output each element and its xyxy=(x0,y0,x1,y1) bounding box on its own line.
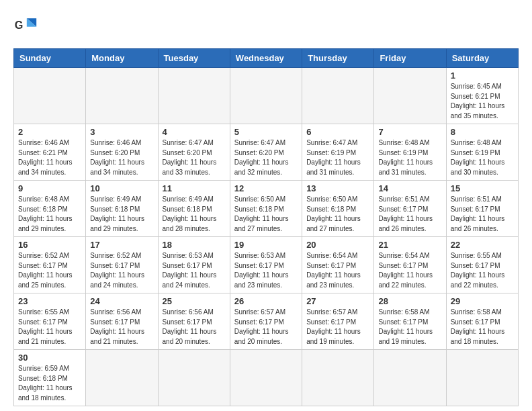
calendar-day-cell: 1Sunrise: 6:45 AM Sunset: 6:21 PM Daylig… xyxy=(446,68,518,124)
calendar-day-cell xyxy=(374,350,446,406)
day-number: 11 xyxy=(163,183,226,193)
calendar-day-cell: 2Sunrise: 6:46 AM Sunset: 6:21 PM Daylig… xyxy=(14,124,86,181)
weekday-header: Friday xyxy=(374,49,446,68)
calendar-day-cell xyxy=(86,350,158,406)
day-info: Sunrise: 6:56 AM Sunset: 6:17 PM Dayligh… xyxy=(90,308,153,347)
calendar-day-cell: 7Sunrise: 6:48 AM Sunset: 6:19 PM Daylig… xyxy=(374,124,446,181)
calendar-table: SundayMondayTuesdayWednesdayThursdayFrid… xyxy=(13,48,519,406)
calendar-day-cell: 15Sunrise: 6:51 AM Sunset: 6:17 PM Dayli… xyxy=(446,181,518,237)
day-number: 8 xyxy=(451,127,514,137)
calendar-day-cell: 30Sunrise: 6:59 AM Sunset: 6:18 PM Dayli… xyxy=(14,350,86,406)
weekday-header: Tuesday xyxy=(158,49,230,68)
calendar-day-cell: 10Sunrise: 6:49 AM Sunset: 6:18 PM Dayli… xyxy=(86,181,158,237)
calendar-week-row: 23Sunrise: 6:55 AM Sunset: 6:17 PM Dayli… xyxy=(14,293,519,350)
calendar-day-cell: 16Sunrise: 6:52 AM Sunset: 6:17 PM Dayli… xyxy=(14,237,86,293)
calendar-day-cell xyxy=(230,350,302,406)
calendar-day-cell: 22Sunrise: 6:55 AM Sunset: 6:17 PM Dayli… xyxy=(446,237,518,293)
calendar-day-cell: 27Sunrise: 6:57 AM Sunset: 6:17 PM Dayli… xyxy=(302,293,374,350)
weekday-header: Wednesday xyxy=(230,49,302,68)
day-info: Sunrise: 6:46 AM Sunset: 6:20 PM Dayligh… xyxy=(90,138,153,177)
calendar-week-row: 9Sunrise: 6:48 AM Sunset: 6:18 PM Daylig… xyxy=(14,181,519,237)
day-number: 16 xyxy=(18,240,81,250)
calendar-day-cell: 6Sunrise: 6:47 AM Sunset: 6:19 PM Daylig… xyxy=(302,124,374,181)
weekday-header: Sunday xyxy=(14,49,86,68)
day-number: 1 xyxy=(451,71,514,81)
weekday-header-row: SundayMondayTuesdayWednesdayThursdayFrid… xyxy=(14,49,519,68)
calendar-day-cell: 19Sunrise: 6:53 AM Sunset: 6:17 PM Dayli… xyxy=(230,237,302,293)
calendar-week-row: 2Sunrise: 6:46 AM Sunset: 6:21 PM Daylig… xyxy=(14,124,519,181)
calendar-day-cell xyxy=(302,350,374,406)
calendar-day-cell: 11Sunrise: 6:49 AM Sunset: 6:18 PM Dayli… xyxy=(158,181,230,237)
day-number: 6 xyxy=(306,127,369,137)
day-number: 23 xyxy=(18,296,81,306)
calendar-day-cell: 21Sunrise: 6:54 AM Sunset: 6:17 PM Dayli… xyxy=(374,237,446,293)
day-number: 20 xyxy=(306,240,369,250)
calendar-day-cell: 4Sunrise: 6:47 AM Sunset: 6:20 PM Daylig… xyxy=(158,124,230,181)
calendar-day-cell: 13Sunrise: 6:50 AM Sunset: 6:18 PM Dayli… xyxy=(302,181,374,237)
calendar-day-cell xyxy=(14,68,86,124)
day-number: 3 xyxy=(90,127,153,137)
calendar-day-cell xyxy=(158,350,230,406)
day-info: Sunrise: 6:53 AM Sunset: 6:17 PM Dayligh… xyxy=(234,251,298,290)
day-number: 19 xyxy=(234,240,298,250)
day-info: Sunrise: 6:48 AM Sunset: 6:19 PM Dayligh… xyxy=(378,138,441,177)
day-number: 18 xyxy=(163,240,226,250)
calendar-day-cell: 24Sunrise: 6:56 AM Sunset: 6:17 PM Dayli… xyxy=(86,293,158,350)
weekday-header: Saturday xyxy=(446,49,518,68)
calendar-day-cell: 29Sunrise: 6:58 AM Sunset: 6:17 PM Dayli… xyxy=(446,293,518,350)
day-info: Sunrise: 6:53 AM Sunset: 6:17 PM Dayligh… xyxy=(163,251,226,290)
day-info: Sunrise: 6:57 AM Sunset: 6:17 PM Dayligh… xyxy=(234,308,298,347)
weekday-header: Thursday xyxy=(302,49,374,68)
day-info: Sunrise: 6:45 AM Sunset: 6:21 PM Dayligh… xyxy=(451,82,514,121)
day-info: Sunrise: 6:51 AM Sunset: 6:17 PM Dayligh… xyxy=(451,195,514,234)
day-number: 13 xyxy=(306,183,369,193)
calendar-day-cell xyxy=(302,68,374,124)
day-info: Sunrise: 6:51 AM Sunset: 6:17 PM Dayligh… xyxy=(378,195,441,234)
day-number: 21 xyxy=(378,240,441,250)
day-number: 30 xyxy=(18,353,81,363)
calendar-day-cell: 3Sunrise: 6:46 AM Sunset: 6:20 PM Daylig… xyxy=(86,124,158,181)
calendar-day-cell: 23Sunrise: 6:55 AM Sunset: 6:17 PM Dayli… xyxy=(14,293,86,350)
day-info: Sunrise: 6:54 AM Sunset: 6:17 PM Dayligh… xyxy=(306,251,369,290)
day-info: Sunrise: 6:55 AM Sunset: 6:17 PM Dayligh… xyxy=(451,251,514,290)
calendar-day-cell: 5Sunrise: 6:47 AM Sunset: 6:20 PM Daylig… xyxy=(230,124,302,181)
day-number: 15 xyxy=(451,183,514,193)
svg-text:G: G xyxy=(15,19,24,31)
weekday-header: Monday xyxy=(86,49,158,68)
calendar-day-cell: 18Sunrise: 6:53 AM Sunset: 6:17 PM Dayli… xyxy=(158,237,230,293)
calendar-day-cell: 20Sunrise: 6:54 AM Sunset: 6:17 PM Dayli… xyxy=(302,237,374,293)
day-number: 12 xyxy=(234,183,298,193)
day-number: 25 xyxy=(163,296,226,306)
day-info: Sunrise: 6:47 AM Sunset: 6:20 PM Dayligh… xyxy=(234,138,298,177)
day-info: Sunrise: 6:55 AM Sunset: 6:17 PM Dayligh… xyxy=(18,308,81,347)
day-info: Sunrise: 6:59 AM Sunset: 6:18 PM Dayligh… xyxy=(18,364,81,403)
calendar-day-cell: 9Sunrise: 6:48 AM Sunset: 6:18 PM Daylig… xyxy=(14,181,86,237)
day-number: 10 xyxy=(90,183,153,193)
day-info: Sunrise: 6:48 AM Sunset: 6:19 PM Dayligh… xyxy=(451,138,514,177)
day-number: 9 xyxy=(18,183,81,193)
calendar-week-row: 30Sunrise: 6:59 AM Sunset: 6:18 PM Dayli… xyxy=(14,350,519,406)
calendar-day-cell: 17Sunrise: 6:52 AM Sunset: 6:17 PM Dayli… xyxy=(86,237,158,293)
day-number: 29 xyxy=(451,296,514,306)
day-number: 26 xyxy=(234,296,298,306)
day-info: Sunrise: 6:58 AM Sunset: 6:17 PM Dayligh… xyxy=(451,308,514,347)
calendar-day-cell: 25Sunrise: 6:56 AM Sunset: 6:17 PM Dayli… xyxy=(158,293,230,350)
day-number: 24 xyxy=(90,296,153,306)
day-number: 28 xyxy=(378,296,441,306)
calendar-day-cell xyxy=(374,68,446,124)
calendar-day-cell: 14Sunrise: 6:51 AM Sunset: 6:17 PM Dayli… xyxy=(374,181,446,237)
calendar-day-cell: 12Sunrise: 6:50 AM Sunset: 6:18 PM Dayli… xyxy=(230,181,302,237)
day-number: 2 xyxy=(18,127,81,137)
day-info: Sunrise: 6:54 AM Sunset: 6:17 PM Dayligh… xyxy=(378,251,441,290)
day-info: Sunrise: 6:58 AM Sunset: 6:17 PM Dayligh… xyxy=(378,308,441,347)
day-number: 5 xyxy=(234,127,298,137)
day-info: Sunrise: 6:56 AM Sunset: 6:17 PM Dayligh… xyxy=(163,308,226,347)
day-info: Sunrise: 6:46 AM Sunset: 6:21 PM Dayligh… xyxy=(18,138,81,177)
calendar-day-cell xyxy=(158,68,230,124)
day-info: Sunrise: 6:52 AM Sunset: 6:17 PM Dayligh… xyxy=(18,251,81,290)
calendar-day-cell xyxy=(230,68,302,124)
day-number: 17 xyxy=(90,240,153,250)
day-number: 7 xyxy=(378,127,441,137)
page-header: G xyxy=(13,13,519,38)
calendar-day-cell: 28Sunrise: 6:58 AM Sunset: 6:17 PM Dayli… xyxy=(374,293,446,350)
